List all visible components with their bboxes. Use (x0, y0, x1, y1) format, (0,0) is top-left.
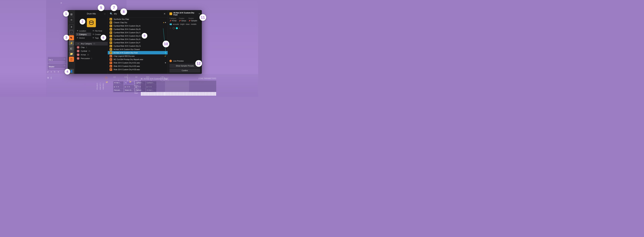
piano-key[interactable] (202, 92, 203, 96)
pin-icon[interactable]: 📌 (179, 20, 181, 22)
pin-icon[interactable]: 📌 (170, 20, 171, 22)
piano-key[interactable] (200, 92, 202, 96)
piano-key[interactable] (142, 92, 144, 96)
piano-key[interactable] (151, 92, 152, 96)
info-close-icon[interactable]: ✕ (198, 13, 200, 15)
mute-button[interactable]: M (118, 86, 119, 88)
piano-key[interactable] (177, 92, 178, 96)
select-knob[interactable] (134, 80, 138, 84)
preset-tab-icon[interactable]: ◧ (69, 46, 74, 51)
list-icon[interactable]: ≡ (50, 71, 52, 73)
piano-key[interactable] (166, 92, 167, 96)
piano-key[interactable] (193, 92, 194, 96)
piano-key[interactable] (190, 92, 192, 96)
sample-folder-icon[interactable]: 📁 (129, 81, 132, 83)
zone-range[interactable] (165, 81, 189, 92)
folder-tab-icon[interactable]: 📁 (69, 51, 74, 56)
mute-button[interactable]: M (140, 86, 141, 88)
piano-key[interactable] (212, 92, 214, 96)
piano-key[interactable] (162, 92, 164, 96)
search-clear-icon[interactable]: ✕ (164, 13, 166, 15)
category-item[interactable]: ✱Any Category65 (75, 42, 108, 46)
result-item[interactable]: ▮Cymbal Ride 20 K Custom Dry F (108, 41, 168, 44)
tag[interactable]: metallic (191, 23, 196, 25)
tag[interactable]: bright (180, 23, 184, 25)
fx-track[interactable]: FX 1 (48, 57, 66, 63)
piano-key[interactable] (199, 92, 200, 96)
confirm-button[interactable]: Confirm (170, 69, 200, 73)
piano-key[interactable] (189, 92, 190, 96)
refresh-icon[interactable]: ↻ (54, 71, 56, 73)
piano-key[interactable] (181, 92, 183, 96)
piano-key[interactable] (194, 92, 196, 96)
result-item[interactable]: ▮Cymbal Ride 20 K Custom Dry G (108, 44, 168, 48)
filter-device[interactable]: ✱Device (76, 36, 91, 40)
piano-key[interactable] (174, 92, 176, 96)
list-view-icon[interactable]: ≣ (69, 17, 74, 22)
piano-key[interactable] (178, 92, 180, 96)
wave-tab-icon[interactable] (69, 35, 74, 40)
solo-button[interactable]: S (116, 86, 117, 88)
pin-icon[interactable]: 📌 (188, 20, 190, 22)
pitch-knob[interactable] (134, 87, 138, 92)
piano-key[interactable] (209, 92, 210, 96)
kit-strip[interactable]: ASM KIT 1 (99, 76, 102, 97)
project-strip[interactable]: PROJECT (96, 76, 99, 97)
piano-key[interactable] (144, 92, 145, 96)
clip-tab-icon[interactable]: ◫ (69, 57, 74, 62)
piano-key[interactable] (171, 92, 173, 96)
master-track[interactable]: Master (48, 64, 66, 70)
plug-tab-icon[interactable]: ⚡ (69, 41, 74, 46)
filter-category[interactable]: ✱Category (76, 33, 91, 36)
kit-strip-2[interactable]: ASM Kit 1 (102, 76, 105, 97)
result-item[interactable]: ▮Cymbal Ride 20 K Custom Dry B (108, 28, 168, 31)
category-item[interactable]: ●Cymbal35 (75, 49, 108, 53)
piano-key[interactable] (167, 92, 168, 96)
grid-view-icon[interactable]: ▦ (69, 12, 74, 17)
piano-key[interactable] (156, 92, 157, 96)
piano-key[interactable] (152, 92, 154, 96)
favorite-star-icon[interactable]: ☆ (104, 13, 106, 15)
piano-key[interactable] (141, 92, 142, 96)
drum-cell[interactable]: Hi-Hat A… (113, 81, 124, 85)
result-item[interactable]: ▮Cymbal Ride 20 K Custom Dry E (108, 38, 168, 41)
category-item[interactable]: ●Clap3 (75, 46, 108, 49)
tag[interactable]: clean (186, 23, 190, 25)
search-icon[interactable]: 🔍 (110, 13, 113, 15)
piano-key[interactable] (150, 92, 151, 96)
piano-key[interactable] (184, 92, 186, 96)
piano-key[interactable] (192, 92, 193, 96)
moon-icon[interactable]: ☾ (129, 77, 131, 79)
drum-tab-icon[interactable] (69, 30, 74, 35)
piano-key[interactable] (208, 92, 209, 96)
piano-key[interactable] (170, 92, 171, 96)
add-track-plus[interactable]: + (60, 1, 62, 5)
add-sample-icon[interactable]: + (113, 79, 124, 81)
favorite-star-icon[interactable]: ☆ (170, 27, 172, 29)
piano-key[interactable] (203, 92, 205, 96)
piano-key[interactable] (214, 92, 215, 96)
result-item[interactable]: ▮Ride 20 K Custom Dry A 02.wav (108, 65, 168, 68)
piano-key[interactable] (148, 92, 150, 96)
result-item[interactable]: ▮Hi-Hat 14 K Custom Dry Closed (108, 48, 168, 51)
piano-key[interactable] (187, 92, 189, 96)
piano-key[interactable] (186, 92, 187, 96)
filter-location[interactable]: ✱Location (76, 29, 91, 32)
filter-filekind[interactable]: ✱File Kind (92, 29, 107, 32)
piano-key[interactable] (183, 92, 184, 96)
piano-key[interactable] (176, 92, 177, 96)
piano-key[interactable] (180, 92, 182, 96)
result-item[interactable]: ▮Cymbal Ride 20 K Custom Dry A (108, 24, 168, 28)
close-icon[interactable]: ✕ (58, 71, 59, 73)
play-icon[interactable]: ▶ (125, 86, 126, 88)
add-color-icon[interactable]: + (179, 27, 180, 29)
piano-key[interactable] (198, 92, 199, 96)
power-icon[interactable] (105, 77, 108, 79)
piano-key[interactable] (157, 92, 158, 96)
play-icon[interactable]: ▶ (114, 86, 115, 88)
piano-key[interactable] (196, 92, 198, 96)
tag[interactable]: acoustic (173, 23, 179, 25)
result-item[interactable]: ▮Ride 20 K Custom Dry A 03.wav (108, 68, 168, 71)
folder-icon[interactable]: 📁 (106, 81, 108, 83)
piano-key[interactable] (205, 92, 206, 96)
